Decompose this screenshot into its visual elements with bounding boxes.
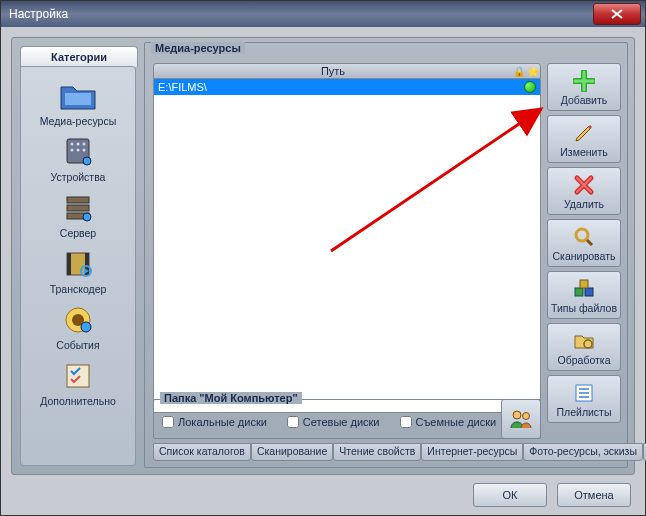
filetypes-button[interactable]: Типы файлов	[547, 271, 621, 319]
checkbox-label: Локальные диски	[178, 416, 267, 428]
svg-point-5	[71, 149, 74, 152]
users-button[interactable]	[501, 399, 541, 439]
sidebar-item-label: Дополнительно	[23, 395, 133, 407]
svg-point-8	[83, 157, 91, 165]
status-dot-green	[524, 81, 536, 93]
cancel-button[interactable]: Отмена	[557, 483, 631, 507]
path-row-status	[522, 80, 538, 94]
svg-rect-0	[65, 93, 91, 105]
scan-button[interactable]: Сканировать	[547, 219, 621, 267]
svg-point-7	[83, 149, 86, 152]
add-button[interactable]: Добавить	[547, 63, 621, 111]
inner-frame: Категории Медиа-ресурсы Устройства	[11, 37, 635, 475]
tab-photo[interactable]: Фото-ресурсы, эскизы	[523, 443, 643, 461]
action-buttons: Добавить Изменить Удалить	[547, 63, 621, 423]
lock-icon: 🔒	[512, 64, 526, 78]
action-label: Обработка	[558, 354, 611, 366]
cubes-icon	[573, 277, 595, 301]
gear-folder-icon	[573, 329, 595, 353]
playlists-button[interactable]: Плейлисты	[547, 375, 621, 423]
svg-point-6	[77, 149, 80, 152]
removable-disks-checkbox[interactable]: Съемные диски	[400, 416, 497, 428]
sidebar-item-additional[interactable]: Дополнительно	[21, 353, 135, 409]
svg-rect-24	[580, 280, 588, 288]
checkbox-label: Сетевые диски	[303, 416, 380, 428]
checkbox-label: Съемные диски	[416, 416, 497, 428]
titlebar: Настройка	[1, 1, 645, 27]
close-icon	[611, 9, 623, 19]
path-row[interactable]: E:\FILMS\	[154, 79, 540, 95]
sidebar-item-media[interactable]: Медиа-ресурсы	[21, 73, 135, 129]
tab-catalog-list[interactable]: Список каталогов	[153, 443, 251, 461]
groupbox-title: Медиа-ресурсы	[151, 42, 245, 54]
folder-box-title: Папка "Мой Компьютер"	[160, 392, 302, 404]
close-button[interactable]	[593, 3, 641, 25]
path-column-title: Путь	[154, 65, 512, 77]
playlist-icon	[573, 381, 595, 405]
events-icon	[58, 303, 98, 337]
server-icon	[58, 191, 98, 225]
sidebar-item-label: События	[23, 339, 133, 351]
settings-window: Настройка Категории Медиа-ресурсы	[0, 0, 646, 516]
svg-point-2	[71, 143, 74, 146]
media-groupbox: Медиа-ресурсы Путь 🔒 ⭐ E:\FILMS\	[144, 42, 628, 468]
delete-button[interactable]: Удалить	[547, 167, 621, 215]
path-list[interactable]: E:\FILMS\	[153, 79, 541, 413]
checkbox-input[interactable]	[287, 416, 299, 428]
svg-point-28	[523, 413, 530, 420]
transcoder-icon	[58, 247, 98, 281]
action-label: Плейлисты	[557, 406, 612, 418]
svg-point-4	[83, 143, 86, 146]
sidebar-item-server[interactable]: Сервер	[21, 185, 135, 241]
path-list-header: Путь 🔒 ⭐	[153, 63, 541, 79]
local-disks-checkbox[interactable]: Локальные диски	[162, 416, 267, 428]
action-label: Сканировать	[553, 250, 616, 262]
edit-button[interactable]: Изменить	[547, 115, 621, 163]
action-label: Изменить	[560, 146, 607, 158]
path-list-panel: Путь 🔒 ⭐ E:\FILMS\	[153, 63, 541, 413]
additional-icon	[58, 359, 98, 393]
svg-point-3	[77, 143, 80, 146]
sidebar-item-transcoder[interactable]: Транскодер	[21, 241, 135, 297]
header-icons: 🔒 ⭐	[512, 64, 540, 78]
tab-internet[interactable]: Интернет-ресурсы	[421, 443, 523, 461]
sidebar-item-label: Медиа-ресурсы	[23, 115, 133, 127]
processing-button[interactable]: Обработка	[547, 323, 621, 371]
action-label: Добавить	[561, 94, 607, 106]
svg-rect-10	[67, 205, 89, 211]
dialog-buttons: ОК Отмена	[473, 483, 631, 507]
path-row-text: E:\FILMS\	[154, 81, 522, 93]
action-label: Типы файлов	[551, 302, 617, 314]
pencil-icon	[573, 121, 595, 145]
svg-rect-20	[67, 365, 89, 387]
svg-rect-9	[67, 197, 89, 203]
svg-rect-23	[585, 288, 593, 296]
tab-read-props[interactable]: Чтение свойств	[333, 443, 421, 461]
action-label: Удалить	[564, 198, 604, 210]
svg-rect-22	[575, 288, 583, 296]
plus-icon	[573, 69, 595, 93]
tab-scanning[interactable]: Сканирование	[251, 443, 333, 461]
checkbox-input[interactable]	[162, 416, 174, 428]
svg-point-21	[576, 229, 588, 241]
star-icon: ⭐	[526, 64, 540, 78]
my-computer-folder-box: Папка "Мой Компьютер" Локальные диски Се…	[153, 399, 541, 439]
categories-header: Категории	[20, 46, 138, 67]
svg-point-27	[513, 411, 521, 419]
delete-x-icon	[573, 173, 595, 197]
svg-point-12	[83, 213, 91, 221]
window-title: Настройка	[9, 7, 68, 21]
svg-rect-14	[67, 253, 71, 275]
sidebar-item-label: Сервер	[23, 227, 133, 239]
bottom-tabs: Список каталогов Сканирование Чтение сво…	[153, 443, 621, 461]
categories-list: Медиа-ресурсы Устройства Сервер	[20, 66, 136, 466]
network-disks-checkbox[interactable]: Сетевые диски	[287, 416, 380, 428]
devices-icon	[58, 135, 98, 169]
checkbox-input[interactable]	[400, 416, 412, 428]
folder-media-icon	[58, 79, 98, 113]
ok-button[interactable]: ОК	[473, 483, 547, 507]
sidebar-item-devices[interactable]: Устройства	[21, 129, 135, 185]
sidebar-item-events[interactable]: События	[21, 297, 135, 353]
svg-point-19	[81, 322, 91, 332]
magnifier-icon	[573, 225, 595, 249]
